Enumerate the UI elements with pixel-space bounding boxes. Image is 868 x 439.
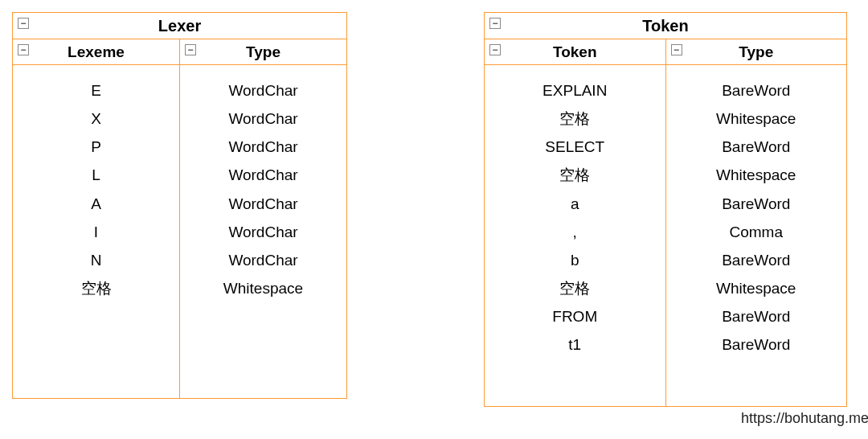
list-item: I (13, 218, 179, 246)
lexer-box: Lexer Lexeme Type E X P L A I N 空格 (12, 12, 347, 399)
list-item: Whitespace (666, 161, 847, 189)
list-item: WordChar (180, 218, 346, 246)
list-item: A (13, 190, 179, 218)
lexer-col2-head-cell: Type (179, 39, 346, 64)
lexer-col1-head-cell: Lexeme (13, 39, 179, 64)
lexer-title-row: Lexer (13, 13, 346, 39)
page-wrap: Lexer Lexeme Type E X P L A I N 空格 (12, 12, 856, 407)
token-col1-head: Token (553, 43, 597, 60)
list-item: BareWord (666, 190, 847, 218)
lexer-type-col: WordChar WordChar WordChar WordChar Word… (179, 65, 346, 398)
list-item: P (13, 133, 179, 161)
list-item: BareWord (666, 76, 847, 105)
list-item: EXPLAIN (485, 76, 665, 105)
list-item: Whitespace (666, 274, 847, 302)
list-item: , (485, 218, 665, 246)
lexer-lexeme-col: E X P L A I N 空格 (13, 65, 179, 398)
footer-link: https://bohutang.me (494, 410, 868, 427)
list-item: 空格 (13, 274, 179, 302)
lexer-title: Lexer (158, 17, 201, 35)
list-item: FROM (485, 302, 665, 330)
lexer-header-row: Lexeme Type (13, 39, 346, 65)
list-item: WordChar (180, 246, 346, 274)
list-item: WordChar (180, 161, 346, 189)
lexer-body: E X P L A I N 空格 WordChar WordChar WordC… (13, 65, 346, 398)
list-item: N (13, 246, 179, 274)
list-item: WordChar (180, 105, 346, 133)
token-header-row: Token Type (485, 39, 846, 65)
lexer-col1-head: Lexeme (68, 43, 125, 60)
list-item: 空格 (485, 274, 665, 302)
list-item: 空格 (485, 161, 665, 189)
list-item: 空格 (485, 105, 665, 133)
list-item: a (485, 190, 665, 218)
token-box: Token Token Type EXPLAIN 空格 SELECT 空格 a … (484, 12, 847, 407)
list-item: BareWord (666, 246, 847, 274)
token-title-row: Token (485, 13, 846, 39)
token-type-col: BareWord Whitespace BareWord Whitespace … (665, 65, 847, 406)
list-item: L (13, 161, 179, 189)
list-item: Whitespace (180, 274, 346, 302)
list-item: Whitespace (666, 105, 847, 133)
collapse-icon[interactable] (18, 44, 29, 55)
list-item: b (485, 246, 665, 274)
list-item: WordChar (180, 76, 346, 105)
token-token-col: EXPLAIN 空格 SELECT 空格 a , b 空格 FROM t1 (485, 65, 665, 406)
collapse-icon[interactable] (489, 18, 501, 29)
token-col1-head-cell: Token (485, 39, 665, 64)
token-col2-head-cell: Type (665, 39, 847, 64)
collapse-icon[interactable] (671, 44, 682, 55)
collapse-icon[interactable] (489, 44, 501, 55)
list-item: Comma (666, 218, 847, 246)
list-item: BareWord (666, 330, 847, 359)
token-title: Token (642, 17, 688, 35)
list-item: WordChar (180, 190, 346, 218)
collapse-icon[interactable] (18, 18, 29, 29)
token-body: EXPLAIN 空格 SELECT 空格 a , b 空格 FROM t1 Ba… (485, 65, 846, 406)
list-item: t1 (485, 330, 665, 359)
lexer-col2-head: Type (246, 43, 280, 60)
list-item: X (13, 105, 179, 133)
collapse-icon[interactable] (185, 44, 196, 55)
list-item: BareWord (666, 133, 847, 161)
list-item: E (13, 76, 179, 105)
list-item: SELECT (485, 133, 665, 161)
token-col2-head: Type (739, 43, 773, 60)
list-item: WordChar (180, 133, 346, 161)
list-item: BareWord (666, 302, 847, 330)
